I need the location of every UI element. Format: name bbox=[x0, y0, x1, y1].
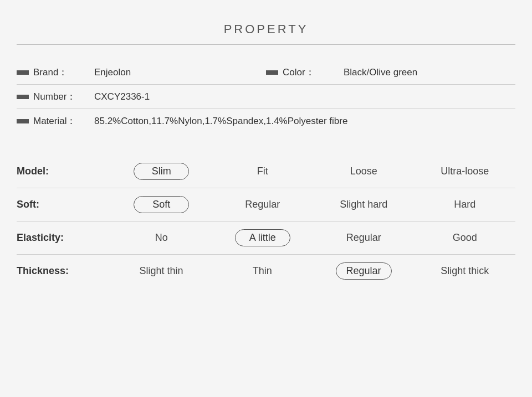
material-value: 85.2%Cotton,11.7%Nylon,1.7%Spandex,1.4%P… bbox=[94, 116, 347, 127]
page-title: PROPERTY bbox=[17, 22, 515, 37]
option-1-1[interactable]: Regular bbox=[235, 199, 290, 210]
number-row: Number： CXCY2336-1 bbox=[17, 85, 515, 109]
option-0-1[interactable]: Fit bbox=[235, 166, 290, 177]
table-section: Model:SlimFitLooseUltra-looseSoft:SoftRe… bbox=[17, 155, 515, 287]
material-row: Material： 85.2%Cotton,11.7%Nylon,1.7%Spa… bbox=[17, 109, 515, 133]
option-1-2[interactable]: Slight hard bbox=[336, 199, 391, 210]
title-divider bbox=[17, 44, 515, 45]
row-label-2: Elasticity: bbox=[17, 232, 111, 244]
option-2-2[interactable]: Regular bbox=[336, 232, 391, 244]
brand-label: Brand： bbox=[33, 66, 94, 79]
row-options-1: SoftRegularSlight hardHard bbox=[111, 196, 515, 213]
option-3-1[interactable]: Thin bbox=[234, 265, 290, 277]
table-row: Thickness:Slight thinThinRegularSlight t… bbox=[17, 255, 515, 287]
option-2-3[interactable]: Good bbox=[437, 232, 493, 244]
row-options-0: SlimFitLooseUltra-loose bbox=[111, 163, 515, 180]
option-1-0[interactable]: Soft bbox=[134, 196, 189, 213]
color-col: Color： Black/Olive green bbox=[266, 66, 515, 79]
property-section: Brand： Enjeolon Color： Black/Olive green… bbox=[17, 60, 515, 133]
brand-icon bbox=[17, 70, 29, 75]
row-label-3: Thickness: bbox=[17, 265, 111, 277]
option-2-1[interactable]: A little bbox=[235, 229, 290, 246]
number-label: Number： bbox=[33, 90, 94, 103]
property-page: PROPERTY Brand： Enjeolon Color： Black/Ol… bbox=[0, 0, 532, 310]
brand-col: Brand： Enjeolon bbox=[17, 66, 266, 79]
row-label-0: Model: bbox=[17, 166, 111, 177]
color-label: Color： bbox=[283, 66, 344, 79]
option-0-2[interactable]: Loose bbox=[336, 166, 391, 177]
color-icon bbox=[266, 70, 278, 75]
material-icon bbox=[17, 119, 29, 123]
color-value: Black/Olive green bbox=[344, 67, 417, 78]
option-3-0[interactable]: Slight thin bbox=[134, 265, 189, 277]
row-label-1: Soft: bbox=[17, 199, 111, 210]
option-0-0[interactable]: Slim bbox=[134, 163, 189, 180]
table-row: Model:SlimFitLooseUltra-loose bbox=[17, 155, 515, 188]
brand-color-row: Brand： Enjeolon Color： Black/Olive green bbox=[17, 60, 515, 85]
table-row: Elasticity:NoA littleRegularGood bbox=[17, 221, 515, 255]
table-row: Soft:SoftRegularSlight hardHard bbox=[17, 188, 515, 221]
option-0-3[interactable]: Ultra-loose bbox=[437, 166, 493, 177]
option-3-3[interactable]: Slight thick bbox=[437, 265, 493, 277]
material-label: Material： bbox=[33, 115, 94, 127]
option-2-0[interactable]: No bbox=[134, 232, 189, 244]
number-value: CXCY2336-1 bbox=[94, 91, 150, 102]
row-options-2: NoA littleRegularGood bbox=[111, 229, 515, 246]
brand-value: Enjeolon bbox=[94, 67, 131, 78]
number-icon bbox=[17, 95, 29, 99]
option-1-3[interactable]: Hard bbox=[437, 199, 493, 210]
row-options-3: Slight thinThinRegularSlight thick bbox=[111, 262, 515, 280]
option-3-2[interactable]: Regular bbox=[336, 262, 392, 280]
